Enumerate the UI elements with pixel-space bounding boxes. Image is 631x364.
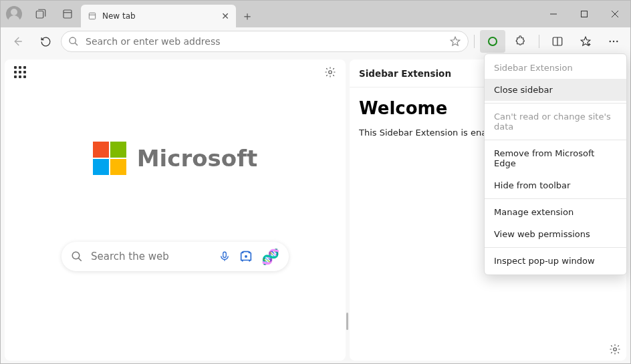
back-arrow-icon	[11, 35, 23, 47]
more-menu-button[interactable]	[601, 30, 626, 53]
image-search-button[interactable]	[239, 249, 253, 264]
voice-search-button[interactable]	[219, 250, 231, 262]
favorites-star-icon	[580, 35, 592, 47]
puzzle-icon	[515, 35, 527, 47]
browser-tab[interactable]: New tab ✕	[81, 5, 236, 27]
svg-rect-3	[582, 11, 588, 17]
svg-point-6	[610, 41, 611, 42]
tab-overview-button[interactable]	[54, 1, 81, 27]
close-window-button[interactable]	[600, 1, 630, 27]
resize-handle[interactable]	[346, 313, 348, 330]
separator	[474, 35, 475, 48]
svg-point-12	[245, 256, 247, 257]
app-launcher-button[interactable]	[14, 66, 26, 78]
workspaces-icon	[35, 8, 47, 20]
avatar-icon	[6, 6, 22, 22]
context-menu-item[interactable]: Manage extension	[485, 201, 626, 223]
address-input[interactable]	[86, 36, 443, 47]
extension-context-menu: Sidebar Extension Close sidebarCan't rea…	[484, 53, 627, 275]
context-menu-item[interactable]: Remove from Microsoft Edge	[485, 142, 626, 174]
maximize-button[interactable]	[569, 1, 600, 27]
refresh-button[interactable]	[33, 30, 58, 53]
title-bar: New tab ✕ ＋	[1, 1, 630, 27]
menu-separator	[485, 103, 626, 104]
window-controls	[538, 1, 630, 27]
svg-point-8	[616, 41, 618, 42]
split-screen-button[interactable]	[545, 30, 570, 53]
svg-rect-1	[64, 10, 72, 18]
svg-point-7	[613, 41, 614, 42]
split-screen-icon	[551, 35, 563, 47]
context-menu-item[interactable]: Close sidebar	[485, 79, 626, 101]
sidebar-settings-button[interactable]	[609, 343, 621, 355]
search-icon	[68, 36, 79, 47]
sidebar-extension-button[interactable]	[480, 30, 505, 53]
back-button[interactable]	[5, 30, 30, 53]
menu-separator	[485, 198, 626, 199]
svg-point-9	[329, 71, 332, 74]
svg-point-13	[614, 348, 617, 351]
brand-wordmark: Microsoft	[137, 145, 257, 172]
ellipsis-icon	[608, 35, 620, 47]
svg-point-4	[70, 37, 76, 43]
toolbar	[1, 27, 630, 55]
context-menu-item[interactable]: Inspect pop-up window	[485, 250, 626, 272]
menu-separator	[485, 140, 626, 140]
extension-ring-icon	[488, 37, 497, 46]
new-tab-button[interactable]: ＋	[236, 5, 259, 27]
context-menu-header: Sidebar Extension	[485, 57, 626, 79]
tab-page-icon	[88, 11, 97, 21]
profile-button[interactable]	[1, 1, 27, 27]
extensions-button[interactable]	[508, 30, 533, 53]
tab-close-button[interactable]: ✕	[221, 11, 229, 21]
refresh-icon	[40, 36, 51, 47]
tab-title: New tab	[102, 11, 216, 21]
menu-separator	[485, 247, 626, 248]
tab-overview-icon	[61, 8, 74, 20]
separator	[539, 35, 539, 48]
favorite-star-icon[interactable]	[449, 35, 461, 47]
minimize-button[interactable]	[538, 1, 569, 27]
brand-logo: Microsoft	[93, 142, 257, 175]
svg-point-10	[72, 252, 80, 259]
new-tab-page: Microsoft Search the web 🧬	[5, 59, 346, 361]
microsoft-logo-icon	[93, 142, 126, 175]
ntp-search-box[interactable]: Search the web 🧬	[61, 242, 289, 271]
context-menu-item[interactable]: Hide from toolbar	[485, 174, 626, 196]
workspaces-button[interactable]	[27, 1, 54, 27]
discover-button[interactable]: 🧬	[261, 248, 279, 265]
svg-rect-0	[36, 11, 43, 19]
page-settings-button[interactable]	[324, 66, 336, 78]
svg-rect-11	[223, 252, 227, 257]
svg-rect-2	[89, 13, 95, 19]
ntp-search-placeholder: Search the web	[91, 250, 211, 262]
context-menu-item[interactable]: View web permissions	[485, 223, 626, 245]
context-menu-item: Can't read or change site's data	[485, 106, 626, 138]
address-bar[interactable]	[61, 31, 469, 52]
search-icon	[71, 250, 83, 262]
favorites-button[interactable]	[573, 30, 598, 53]
